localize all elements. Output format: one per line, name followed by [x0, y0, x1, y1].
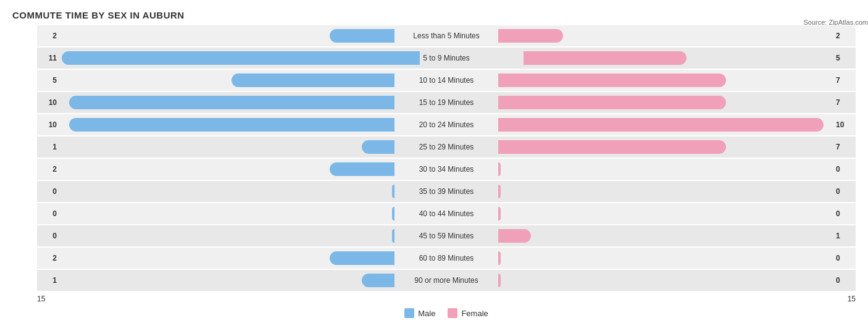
row-label: 30 to 34 Minutes [419, 165, 474, 174]
row-label: 25 to 29 Minutes [419, 143, 474, 151]
female-value: 0 [831, 276, 856, 285]
chart-body: 2Less than 5 Minutes2115 to 9 Minutes551… [12, 25, 868, 291]
male-bar [330, 162, 394, 176]
bar-row: 045 to 59 Minutes1 [37, 225, 856, 246]
bar-row: 1015 to 19 Minutes7 [37, 92, 856, 113]
row-label: 45 to 59 Minutes [419, 232, 474, 240]
bottom-left-val: 15 [37, 295, 45, 303]
male-bar [362, 274, 394, 287]
male-value: 5 [37, 76, 62, 85]
female-bar [498, 29, 563, 43]
male-bar [330, 251, 394, 265]
dual-bar: 25 to 29 Minutes [62, 136, 831, 157]
male-value: 0 [37, 187, 62, 196]
male-bar [62, 51, 420, 65]
row-label: Less than 5 Minutes [413, 31, 479, 40]
legend-female: Female [448, 308, 488, 318]
dual-bar: 35 to 39 Minutes [62, 181, 831, 202]
row-label: 40 to 44 Minutes [419, 209, 474, 218]
bar-row: 1020 to 24 Minutes10 [37, 114, 856, 135]
male-label: Male [418, 309, 435, 318]
female-label: Female [461, 309, 488, 318]
female-bar [524, 51, 686, 65]
row-label: 60 to 89 Minutes [419, 254, 474, 262]
bar-row: 260 to 89 Minutes0 [37, 248, 856, 269]
row-label: 15 to 19 Minutes [419, 98, 474, 107]
bar-row: 2Less than 5 Minutes2 [37, 25, 856, 46]
bar-row: 035 to 39 Minutes0 [37, 181, 856, 202]
dual-bar: 20 to 24 Minutes [62, 114, 831, 135]
female-value: 0 [831, 165, 856, 174]
bottom-labels: 15 15 [12, 292, 868, 303]
male-value: 2 [37, 254, 62, 262]
female-bar [498, 140, 726, 154]
male-bar [330, 29, 394, 43]
female-swatch [448, 308, 457, 318]
male-bar [362, 140, 394, 154]
dual-bar: 15 to 19 Minutes [62, 92, 831, 113]
female-value: 0 [831, 254, 856, 262]
bar-row: 510 to 14 Minutes7 [37, 70, 856, 91]
legend-male: Male [404, 308, 435, 318]
row-label: 35 to 39 Minutes [419, 187, 474, 196]
dual-bar: 10 to 14 Minutes [62, 70, 831, 91]
bar-row: 040 to 44 Minutes0 [37, 203, 856, 224]
legend: Male Female [12, 308, 868, 318]
female-value: 5 [831, 54, 856, 62]
male-bar [232, 73, 394, 87]
female-value: 7 [831, 76, 856, 85]
male-value: 1 [37, 143, 62, 151]
dual-bar: 45 to 59 Minutes [62, 225, 831, 246]
dual-bar: 5 to 9 Minutes [62, 48, 831, 69]
dual-bar: 30 to 34 Minutes [62, 159, 831, 180]
female-bar [498, 118, 824, 132]
female-value: 0 [831, 187, 856, 196]
male-value: 10 [37, 98, 62, 107]
male-bar [69, 118, 394, 132]
bar-row: 115 to 9 Minutes5 [37, 48, 856, 69]
female-value: 1 [831, 232, 856, 240]
female-value: 0 [831, 209, 856, 218]
bar-row: 230 to 34 Minutes0 [37, 159, 856, 180]
female-value: 10 [831, 120, 856, 129]
row-label: 10 to 14 Minutes [419, 76, 474, 85]
row-label: 90 or more Minutes [414, 276, 478, 285]
female-bar [498, 73, 726, 87]
female-value: 7 [831, 143, 856, 151]
male-value: 0 [37, 209, 62, 218]
female-value: 2 [831, 31, 856, 40]
female-value: 7 [831, 98, 856, 107]
female-bar [498, 96, 726, 109]
bottom-right-val: 15 [848, 295, 856, 303]
dual-bar: 90 or more Minutes [62, 270, 831, 291]
dual-bar: Less than 5 Minutes [62, 25, 831, 46]
female-bar [498, 229, 531, 243]
male-value: 10 [37, 120, 62, 129]
male-bar [69, 96, 394, 109]
male-value: 2 [37, 31, 62, 40]
male-value: 1 [37, 276, 62, 285]
male-value: 11 [37, 54, 62, 62]
dual-bar: 60 to 89 Minutes [62, 248, 831, 269]
male-swatch [404, 308, 414, 318]
dual-bar: 40 to 44 Minutes [62, 203, 831, 224]
chart-title: COMMUTE TIME BY SEX IN AUBURN [12, 10, 868, 20]
bar-row: 190 or more Minutes0 [37, 270, 856, 291]
male-value: 2 [37, 165, 62, 174]
row-label: 5 to 9 Minutes [423, 54, 469, 62]
row-label: 20 to 24 Minutes [419, 120, 474, 129]
bar-row: 125 to 29 Minutes7 [37, 136, 856, 157]
male-value: 0 [37, 232, 62, 240]
